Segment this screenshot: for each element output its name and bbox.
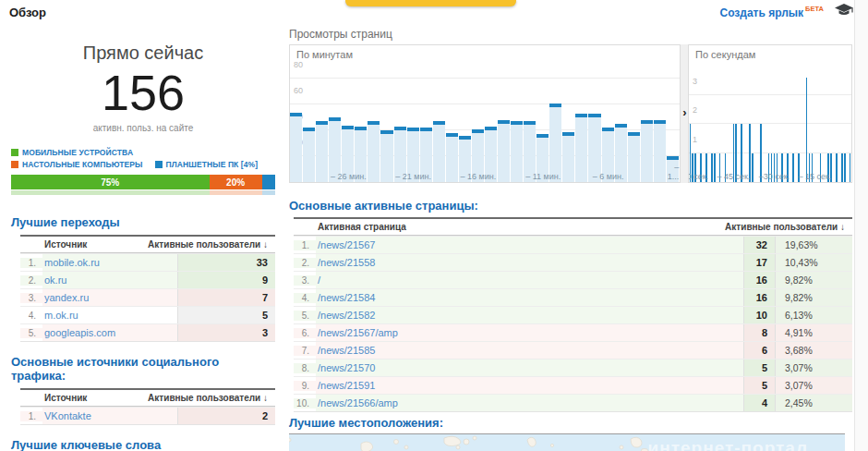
row-link[interactable]: googleapis.com: [42, 324, 177, 341]
row-link[interactable]: /news/21582: [316, 307, 743, 323]
table-row: 8./news/2157053,07%: [294, 359, 852, 376]
column-header-value-sort[interactable]: Активные пользователи ↓: [148, 239, 275, 250]
second-bar[interactable]: [844, 153, 846, 182]
create-shortcut-link[interactable]: Создать ярлыкБЕТА: [719, 4, 824, 20]
table-row: 2.ok.ru9: [20, 271, 275, 288]
legend-swatch-icon: [11, 149, 18, 156]
column-header-value-sort[interactable]: Активные пользователи ↓: [148, 393, 275, 403]
minute-bar[interactable]: [575, 114, 587, 182]
row-rank: 8.: [294, 363, 316, 373]
second-bar[interactable]: [714, 153, 716, 182]
minute-bar[interactable]: [641, 120, 653, 182]
row-rank: 5.: [294, 311, 316, 321]
second-bar[interactable]: [836, 153, 838, 182]
row-rank: 1.: [294, 240, 316, 250]
column-header-value-sort[interactable]: Активные пользователи ↓: [725, 222, 852, 232]
minute-bar[interactable]: [368, 121, 380, 182]
per-minute-title: По минутам: [296, 49, 353, 60]
row-value: 10: [743, 307, 775, 323]
x-tick-label: – 11 мин.: [525, 172, 561, 181]
row-link[interactable]: ok.ru: [42, 272, 177, 288]
row-rank: 3.: [294, 275, 316, 286]
row-percent: 9,82%: [775, 289, 852, 306]
row-value: 32: [743, 237, 775, 253]
row-rank: 4.: [294, 293, 316, 303]
table-row: 1.mobile.ok.ru33: [20, 253, 275, 271]
education-cap-icon[interactable]: [835, 4, 853, 21]
bars: [689, 45, 851, 182]
minute-bar[interactable]: [654, 120, 666, 182]
row-link[interactable]: /news/21567/amp: [316, 324, 743, 341]
row-percent: 3,07%: [775, 360, 852, 376]
row-link[interactable]: /news/21567: [316, 237, 743, 253]
legend-item: ПЛАНШЕТНЫЕ ПК [4%]: [155, 160, 259, 169]
device-segment: 75%: [11, 175, 210, 189]
row-link[interactable]: /news/21570: [316, 360, 743, 376]
row-value: 17: [743, 254, 775, 271]
row-link[interactable]: /news/21558: [316, 254, 743, 271]
row-link[interactable]: /news/21585: [316, 342, 743, 359]
per-second-title: По секундам: [695, 49, 755, 60]
minute-bar[interactable]: [433, 121, 445, 182]
second-bar[interactable]: [711, 153, 713, 182]
x-tick-label: – 21 мин.: [395, 172, 431, 181]
row-link[interactable]: /news/21566/amp: [316, 395, 743, 411]
table-row: 4./news/21584169,82%: [294, 288, 852, 306]
second-bar[interactable]: [850, 153, 851, 182]
pageviews-charts: По минутам 20406080– 26 мин.– 21 мин.– 1…: [289, 44, 852, 183]
device-segment: [11, 190, 210, 195]
row-rank: 3.: [20, 293, 42, 303]
locations-map[interactable]: интернет-портал: [289, 433, 845, 451]
minute-bar[interactable]: [511, 121, 523, 182]
second-bar[interactable]: [841, 153, 843, 182]
locations-heading: Лучшие местоположения:: [289, 416, 852, 430]
second-bar[interactable]: [792, 153, 794, 182]
minute-bar[interactable]: [380, 130, 392, 182]
create-shortcut-label[interactable]: Создать ярлык: [719, 6, 803, 19]
second-bar[interactable]: [806, 78, 808, 182]
minute-bar[interactable]: [562, 132, 574, 182]
minute-bar[interactable]: [446, 133, 458, 182]
device-usage-bar-reflection: [11, 190, 275, 195]
social-table: ИсточникАктивные пользователи ↓1.VKontak…: [11, 388, 275, 425]
device-segment: [210, 190, 262, 195]
table-row: 4.m.ok.ru5: [20, 306, 275, 323]
row-link[interactable]: mobile.ok.ru: [42, 254, 177, 271]
map-watermark: интернет-портал: [648, 438, 808, 451]
chevron-right-icon[interactable]: ›: [680, 105, 690, 120]
row-rank: 5.: [20, 328, 42, 338]
minute-bar[interactable]: [628, 132, 640, 182]
row-link[interactable]: /news/21591: [316, 377, 743, 394]
row-link[interactable]: m.ok.ru: [42, 307, 177, 323]
row-value: 5: [177, 307, 275, 323]
row-value: 7: [177, 289, 275, 306]
row-rank: 2.: [20, 275, 42, 286]
minute-bar[interactable]: [549, 104, 561, 182]
table-row: 3./169,82%: [294, 271, 852, 288]
table-row: 1./news/215673219,63%: [294, 236, 852, 253]
row-link[interactable]: /news/21584: [316, 289, 743, 306]
active-pages-heading: Основные активные страницы:: [289, 199, 852, 213]
legend-swatch-icon: [11, 161, 18, 168]
page-scrollbar[interactable]: [854, 0, 868, 451]
row-link[interactable]: yandex.ru: [42, 289, 177, 306]
second-bar[interactable]: [752, 153, 753, 182]
row-link[interactable]: VKontakte: [42, 408, 177, 424]
shortcut-area: Создать ярлыкБЕТА: [719, 4, 853, 21]
row-rank: 2.: [294, 258, 316, 268]
legend-label: МОБИЛЬНЫЕ УСТРОЙСТВА: [22, 148, 133, 157]
row-value: 9: [177, 272, 275, 288]
device-segment: [262, 190, 275, 195]
column-header-name: Источник: [42, 393, 148, 403]
minute-bar[interactable]: [303, 128, 315, 182]
row-link[interactable]: /: [316, 272, 743, 288]
minute-bar[interactable]: [498, 120, 510, 182]
table-row: 6./news/21567/amp84,91%: [294, 323, 852, 341]
table-row: 1.VKontakte2: [20, 407, 275, 424]
minute-bar[interactable]: [316, 121, 328, 182]
active-users-count: 156: [11, 67, 275, 117]
minute-bar[interactable]: [290, 113, 302, 182]
legend-label: ПЛАНШЕТНЫЕ ПК [4%]: [166, 160, 259, 169]
row-value: 16: [743, 289, 775, 306]
right-now-label: Прямо сейчас: [11, 43, 275, 64]
